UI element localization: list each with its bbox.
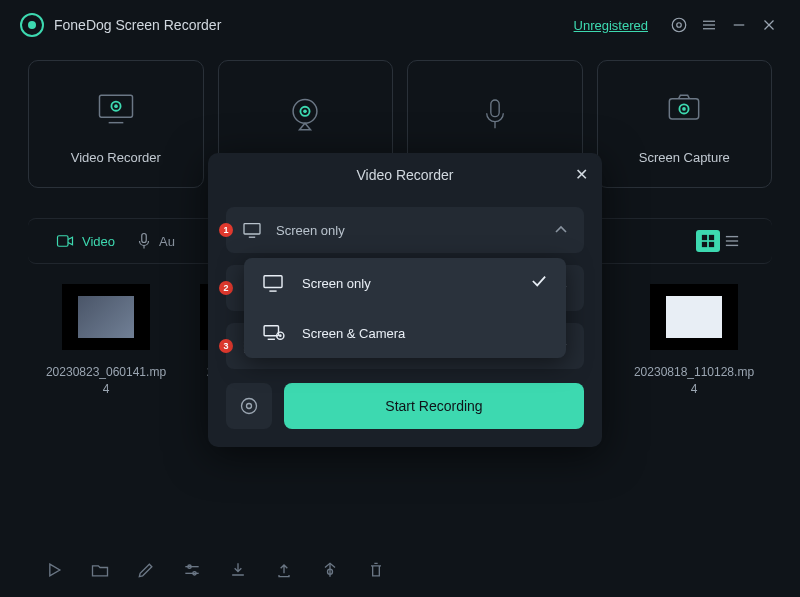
mode-label: Video Recorder: [71, 150, 161, 165]
step-badge: 3: [219, 339, 233, 353]
file-name: 20230823_060141.mp4: [44, 364, 168, 398]
start-recording-button[interactable]: Start Recording: [284, 383, 584, 429]
svg-rect-26: [709, 242, 714, 247]
svg-rect-24: [709, 235, 714, 240]
bottom-toolbar: [0, 543, 800, 597]
monitor-camera-icon: [262, 324, 288, 342]
svg-point-46: [279, 334, 282, 337]
minimize-icon[interactable]: [728, 14, 750, 36]
mode-label: Screen Capture: [639, 150, 730, 165]
source-selector[interactable]: 1 Screen only: [226, 207, 584, 253]
svg-rect-20: [58, 236, 69, 247]
grid-view-button[interactable]: [696, 230, 720, 252]
monitor-icon: [262, 274, 288, 292]
step-badge: 1: [219, 223, 233, 237]
mode-video-recorder[interactable]: Video Recorder: [28, 60, 204, 188]
sliders-icon[interactable]: [182, 560, 202, 580]
chevron-up-icon: [554, 221, 568, 239]
dropdown-option-screen-camera[interactable]: Screen & Camera: [244, 308, 566, 358]
svg-point-0: [677, 23, 682, 28]
app-title: FoneDog Screen Recorder: [54, 17, 221, 33]
tab-label: Au: [159, 234, 175, 249]
unregistered-link[interactable]: Unregistered: [574, 18, 648, 33]
selector-value: Screen only: [276, 223, 554, 238]
folder-icon[interactable]: [90, 560, 110, 580]
option-label: Screen only: [302, 276, 530, 291]
thumbnail: [62, 284, 150, 350]
upload-icon[interactable]: [274, 560, 294, 580]
mode-screen-capture[interactable]: Screen Capture: [597, 60, 773, 188]
gallery-item[interactable]: 20230818_110128.mp4: [632, 284, 756, 447]
tab-audio[interactable]: Au: [137, 232, 175, 250]
camera-icon: [660, 84, 708, 132]
webcam-icon: [281, 91, 329, 139]
app-logo-icon: [20, 13, 44, 37]
monitor-icon: [92, 84, 140, 132]
list-view-button[interactable]: [720, 230, 744, 252]
svg-point-14: [303, 110, 307, 114]
svg-rect-15: [491, 100, 499, 117]
thumbnail: [650, 284, 738, 350]
svg-point-19: [682, 107, 686, 111]
titlebar: FoneDog Screen Recorder Unregistered: [0, 0, 800, 50]
source-dropdown: Screen only Screen & Camera: [244, 258, 566, 358]
settings-gear-icon[interactable]: [668, 14, 690, 36]
play-icon[interactable]: [44, 560, 64, 580]
view-toggle: [696, 230, 744, 252]
svg-point-40: [242, 399, 257, 414]
svg-point-1: [672, 18, 686, 32]
close-icon[interactable]: ✕: [575, 165, 588, 184]
tab-label: Video: [82, 234, 115, 249]
modal-title: Video Recorder: [356, 167, 453, 183]
svg-point-10: [114, 104, 118, 108]
file-name: 20230818_110128.mp4: [632, 364, 756, 398]
svg-point-39: [247, 404, 252, 409]
settings-button[interactable]: [226, 383, 272, 429]
svg-rect-21: [142, 234, 147, 243]
button-label: Start Recording: [385, 398, 482, 414]
svg-rect-41: [264, 276, 282, 288]
microphone-icon: [471, 91, 519, 139]
svg-rect-25: [702, 242, 707, 247]
close-icon[interactable]: [758, 14, 780, 36]
edit-icon[interactable]: [136, 560, 156, 580]
modal-actions: Start Recording: [226, 383, 584, 429]
dropdown-option-screen-only[interactable]: Screen only: [244, 258, 566, 308]
step-badge: 2: [219, 281, 233, 295]
tab-video[interactable]: Video: [56, 234, 115, 249]
download-icon[interactable]: [228, 560, 248, 580]
monitor-icon: [242, 222, 264, 238]
svg-rect-36: [244, 224, 260, 234]
modal-header: Video Recorder ✕: [208, 153, 602, 197]
gallery-item[interactable]: 20230823_060141.mp4: [44, 284, 168, 447]
convert-icon[interactable]: [320, 560, 340, 580]
check-icon: [530, 274, 548, 292]
option-label: Screen & Camera: [302, 326, 548, 341]
trash-icon[interactable]: [366, 560, 386, 580]
svg-rect-23: [702, 235, 707, 240]
menu-icon[interactable]: [698, 14, 720, 36]
